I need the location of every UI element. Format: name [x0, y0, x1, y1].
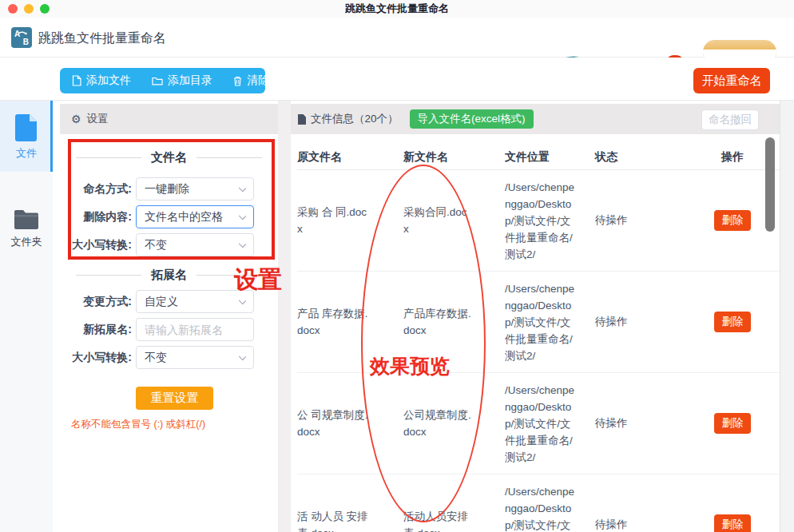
macos-titlebar: 跳跳鱼文件批量重命名 — [0, 0, 794, 18]
add-file-label: 添加文件 — [86, 73, 131, 88]
setting-row: 删除内容:文件名中的空格 — [60, 205, 278, 228]
delete-row-button[interactable]: 删除 — [714, 312, 751, 332]
app-name: 跳跳鱼文件批量重命名 — [38, 30, 166, 47]
zoom-window-button[interactable] — [40, 4, 50, 14]
app-logo-icon: A B — [11, 27, 32, 48]
setting-label: 大小写转换: — [60, 233, 132, 256]
delete-row-button[interactable]: 删除 — [714, 210, 751, 231]
setting-label: 大小写转换: — [60, 346, 132, 369]
chevron-down-icon — [239, 353, 246, 360]
select-value: 一键删除 — [145, 182, 189, 197]
extension-section-title: 拓展名 — [76, 268, 262, 283]
close-window-button[interactable] — [8, 4, 18, 14]
file-location: /Users/chenpenggao/Desktop/测试文件/文件批量重命名/… — [505, 179, 577, 263]
new-extension-input[interactable] — [136, 318, 254, 341]
new-filename: 公司规章制度.docx — [403, 407, 472, 440]
add-directory-button[interactable]: 添加目录 — [152, 73, 212, 88]
table-column-header: 原文件名新文件名文件位置状态操作 — [297, 145, 780, 170]
sidebar-item-folder[interactable]: 文件夹 — [0, 202, 53, 256]
new-filename: 采购合同.docx — [403, 204, 472, 237]
folder-icon — [13, 208, 40, 231]
chevron-down-icon — [239, 240, 246, 248]
logo-arrow-icon — [11, 27, 32, 48]
delete-row-button[interactable]: 删除 — [714, 514, 751, 532]
original-filename: 采购 合 同.docx — [297, 204, 371, 237]
file-icon — [14, 113, 38, 142]
select-value: 不变 — [145, 238, 167, 252]
setting-select[interactable]: 一键删除 — [136, 177, 254, 200]
sidebar-item-label: 文件夹 — [11, 235, 42, 249]
active-indicator — [50, 101, 53, 172]
status-text: 待操作 — [595, 518, 695, 532]
vertical-scrollbar[interactable] — [765, 137, 775, 232]
clear-list-label: 清除列表 — [247, 73, 292, 88]
column-header-1: 新文件名 — [403, 150, 505, 165]
trash-icon — [233, 76, 242, 86]
table-row: 产品 库存数据.docx产品库存数据.docx/Users/chenpengga… — [297, 272, 780, 373]
sidebar: 文件 文件夹 — [0, 101, 53, 532]
select-value: 不变 — [145, 351, 167, 365]
column-header-2: 文件位置 — [505, 150, 595, 165]
table-row: 活 动人员 安排表.docx活动人员安排表.docx/Users/chenpen… — [297, 474, 780, 532]
table-row: 采购 合 同.docx采购合同.docx/Users/chenpenggao/D… — [297, 170, 780, 272]
setting-select[interactable]: 自定义 — [136, 290, 254, 313]
file-info-label: 文件信息（20个） — [311, 112, 399, 126]
minimize-window-button[interactable] — [24, 4, 34, 14]
chevron-down-icon — [239, 297, 246, 304]
sidebar-item-file[interactable]: 文件 — [0, 101, 53, 172]
import-filenames-button[interactable]: 导入文件名(excel格式) — [410, 109, 534, 129]
file-table-panel: 文件信息（20个） 导入文件名(excel格式) 命名撤回 原文件名新文件名文件… — [291, 104, 780, 532]
right-margin-strip — [780, 101, 794, 532]
panel-gutter — [278, 101, 291, 532]
select-value: 自定义 — [145, 295, 178, 309]
new-filename: 活动人员安排表.docx — [403, 508, 472, 532]
setting-row: 新拓展名: — [60, 318, 278, 341]
toolbar-row: 添加文件 添加目录 清除列表 开始重命名 — [0, 58, 794, 101]
setting-row: 大小写转换:不变 — [60, 233, 278, 256]
new-filename: 产品库存数据.docx — [403, 305, 472, 339]
setting-label: 变更方式: — [60, 290, 132, 313]
settings-header-label: 设置 — [87, 112, 109, 126]
setting-select[interactable]: 不变 — [136, 233, 254, 256]
status-text: 待操作 — [595, 315, 695, 329]
app-window: 跳跳鱼文件批量重命名 A B 跳跳鱼文件批量重命名 — [0, 0, 794, 532]
original-filename: 公 司规章制度.docx — [297, 407, 371, 440]
original-filename: 产品 库存数据.docx — [297, 305, 371, 339]
table-rows: 采购 合 同.docx采购合同.docx/Users/chenpenggao/D… — [291, 170, 780, 532]
status-text: 待操作 — [595, 213, 695, 228]
name-warning-text: 名称不能包含冒号 (:) 或斜杠(/) — [71, 418, 275, 431]
setting-select[interactable]: 不变 — [136, 346, 254, 369]
rename-undo-button[interactable]: 命名撤回 — [701, 109, 759, 130]
setting-label: 新拓展名: — [60, 318, 132, 341]
settings-panel: ⚙ 设置 文件名 命名方式:一键删除删除内容:文件名中的空格大小写转换:不变 拓… — [60, 104, 278, 532]
clear-list-button[interactable]: 清除列表 — [233, 73, 292, 88]
app-header: A B 跳跳鱼文件批量重命名 — [0, 18, 794, 58]
file-icon — [297, 114, 306, 125]
column-header-0: 原文件名 — [297, 150, 403, 165]
file-location: /Users/chenpenggao/Desktop/测试文件/文件批量重命名/… — [505, 382, 577, 466]
chevron-down-icon — [239, 185, 246, 192]
delete-row-button[interactable]: 删除 — [714, 413, 751, 434]
filename-section-title: 文件名 — [76, 150, 262, 165]
column-header-4: 操作 — [695, 150, 770, 165]
reset-settings-button[interactable]: 重置设置 — [136, 387, 213, 410]
file-location: /Users/chenpenggao/Desktop/测试文件/文件批量重命名/… — [505, 483, 577, 532]
setting-row: 命名方式:一键删除 — [60, 177, 278, 200]
sidebar-item-label: 文件 — [16, 146, 37, 161]
start-rename-button[interactable]: 开始重命名 — [693, 68, 770, 93]
setting-label: 命名方式: — [60, 177, 132, 200]
traffic-lights — [8, 4, 50, 14]
setting-row: 大小写转换:不变 — [60, 346, 278, 369]
setting-select[interactable]: 文件名中的空格 — [136, 205, 254, 228]
table-panel-header: 文件信息（20个） 导入文件名(excel格式) 命名撤回 — [291, 104, 780, 134]
gear-icon: ⚙ — [71, 113, 81, 125]
add-directory-label: 添加目录 — [168, 73, 212, 88]
setting-label: 删除内容: — [60, 205, 132, 228]
file-icon — [72, 75, 81, 86]
status-text: 待操作 — [595, 416, 695, 431]
setting-row: 变更方式:自定义 — [60, 290, 278, 313]
original-filename: 活 动人员 安排表.docx — [297, 508, 371, 532]
add-file-button[interactable]: 添加文件 — [72, 73, 131, 88]
select-value: 文件名中的空格 — [145, 210, 223, 224]
table-row: 公 司规章制度.docx公司规章制度.docx/Users/chenpengga… — [297, 373, 780, 474]
